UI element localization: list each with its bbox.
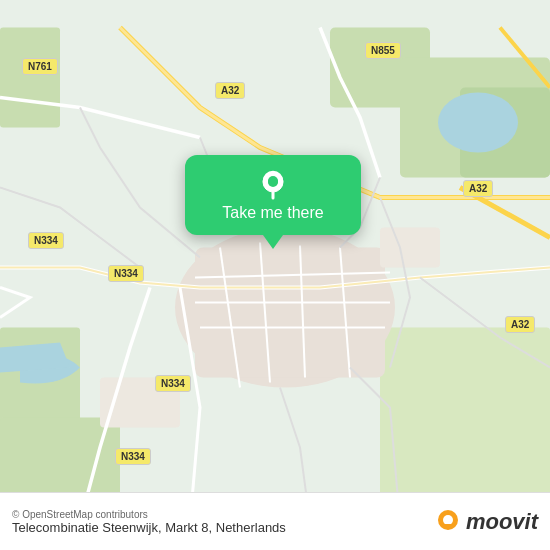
- moovit-brand-text: moovit: [466, 509, 538, 535]
- copyright-text: © OpenStreetMap contributors: [12, 509, 286, 520]
- location-pin-icon: [257, 168, 289, 200]
- svg-rect-10: [380, 228, 440, 268]
- map-container: N761 N855 A32 A32 A32 N334 N334 N334 N33…: [0, 0, 550, 550]
- road-label-n334-bot2: N334: [115, 448, 151, 465]
- road-label-n855: N855: [365, 42, 401, 59]
- moovit-logo: moovit: [434, 508, 538, 536]
- map-svg: [0, 0, 550, 550]
- road-label-a32-right2: A32: [505, 316, 535, 333]
- road-label-n334-left: N334: [28, 232, 64, 249]
- moovit-pin-icon: [434, 508, 462, 536]
- svg-point-7: [438, 93, 518, 153]
- bottom-left-info: © OpenStreetMap contributors Telecombina…: [12, 509, 286, 535]
- take-me-there-tooltip[interactable]: Take me there: [185, 155, 361, 235]
- svg-point-22: [268, 176, 278, 186]
- road-label-a32-right: A32: [463, 180, 493, 197]
- road-label-n334-mid: N334: [108, 265, 144, 282]
- bottom-bar: © OpenStreetMap contributors Telecombina…: [0, 492, 550, 550]
- road-label-a32-top: A32: [215, 82, 245, 99]
- svg-rect-2: [0, 28, 60, 128]
- location-text: Telecombinatie Steenwijk, Markt 8, Nethe…: [12, 520, 286, 535]
- road-label-n761: N761: [22, 58, 58, 75]
- take-me-there-label: Take me there: [222, 204, 323, 222]
- svg-point-24: [443, 515, 453, 525]
- road-label-n334-bot: N334: [155, 375, 191, 392]
